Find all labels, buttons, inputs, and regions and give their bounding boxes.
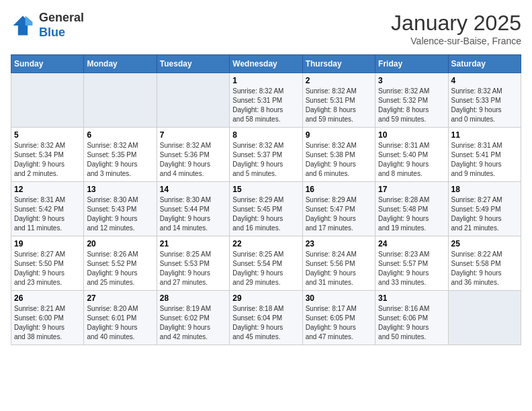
- table-row: 28Sunrise: 8:19 AM Sunset: 6:02 PM Dayli…: [157, 291, 229, 345]
- table-row: 12Sunrise: 8:31 AM Sunset: 5:42 PM Dayli…: [11, 182, 84, 236]
- table-row: [448, 291, 521, 345]
- table-row: 15Sunrise: 8:29 AM Sunset: 5:45 PM Dayli…: [230, 182, 302, 236]
- day-number: 8: [232, 130, 299, 140]
- day-info: Sunrise: 8:32 AM Sunset: 5:38 PM Dayligh…: [306, 141, 372, 179]
- day-number: 16: [306, 185, 372, 194]
- day-number: 3: [378, 76, 445, 85]
- table-row: 20Sunrise: 8:26 AM Sunset: 5:52 PM Dayli…: [84, 236, 157, 291]
- day-number: 12: [14, 185, 81, 194]
- day-number: 20: [87, 239, 153, 248]
- day-info: Sunrise: 8:30 AM Sunset: 5:44 PM Dayligh…: [160, 195, 226, 233]
- table-row: 2Sunrise: 8:32 AM Sunset: 5:31 PM Daylig…: [302, 73, 375, 128]
- table-row: [157, 73, 229, 128]
- day-info: Sunrise: 8:32 AM Sunset: 5:31 PM Dayligh…: [306, 87, 372, 124]
- day-number: 7: [160, 130, 226, 140]
- table-row: 29Sunrise: 8:18 AM Sunset: 6:04 PM Dayli…: [230, 291, 302, 345]
- weekday-header-row: SundayMondayTuesdayWednesdayThursdayFrid…: [11, 55, 521, 73]
- day-info: Sunrise: 8:17 AM Sunset: 6:05 PM Dayligh…: [306, 304, 372, 342]
- day-number: 9: [306, 130, 372, 140]
- table-row: 7Sunrise: 8:32 AM Sunset: 5:36 PM Daylig…: [157, 128, 229, 182]
- day-number: 6: [87, 130, 153, 140]
- day-number: 27: [87, 293, 153, 303]
- table-row: 3Sunrise: 8:32 AM Sunset: 5:32 PM Daylig…: [375, 73, 448, 128]
- day-number: 1: [232, 76, 299, 85]
- day-info: Sunrise: 8:32 AM Sunset: 5:37 PM Dayligh…: [232, 141, 299, 179]
- day-number: 23: [306, 239, 372, 248]
- day-info: Sunrise: 8:23 AM Sunset: 5:57 PM Dayligh…: [378, 250, 445, 287]
- table-row: 24Sunrise: 8:23 AM Sunset: 5:57 PM Dayli…: [375, 236, 448, 291]
- day-number: 17: [378, 185, 445, 194]
- location-subtitle: Valence-sur-Baise, France: [391, 36, 521, 46]
- day-info: Sunrise: 8:31 AM Sunset: 5:40 PM Dayligh…: [378, 141, 445, 179]
- table-row: 5Sunrise: 8:32 AM Sunset: 5:34 PM Daylig…: [11, 128, 84, 182]
- day-info: Sunrise: 8:20 AM Sunset: 6:01 PM Dayligh…: [87, 304, 153, 342]
- day-info: Sunrise: 8:27 AM Sunset: 5:50 PM Dayligh…: [14, 250, 81, 287]
- day-info: Sunrise: 8:32 AM Sunset: 5:32 PM Dayligh…: [378, 87, 445, 124]
- day-info: Sunrise: 8:19 AM Sunset: 6:02 PM Dayligh…: [160, 304, 226, 342]
- day-info: Sunrise: 8:25 AM Sunset: 5:53 PM Dayligh…: [160, 250, 226, 287]
- day-info: Sunrise: 8:21 AM Sunset: 6:00 PM Dayligh…: [14, 304, 81, 342]
- day-info: Sunrise: 8:29 AM Sunset: 5:45 PM Dayligh…: [232, 195, 299, 233]
- table-row: 8Sunrise: 8:32 AM Sunset: 5:37 PM Daylig…: [230, 128, 302, 182]
- day-info: Sunrise: 8:27 AM Sunset: 5:49 PM Dayligh…: [451, 195, 518, 233]
- calendar-table: SundayMondayTuesdayWednesdayThursdayFrid…: [11, 54, 521, 345]
- logo-icon: [11, 13, 35, 38]
- table-row: 27Sunrise: 8:20 AM Sunset: 6:01 PM Dayli…: [84, 291, 157, 345]
- page-header: General Blue January 2025 Valence-sur-Ba…: [11, 11, 521, 46]
- day-number: 2: [306, 76, 372, 85]
- day-info: Sunrise: 8:24 AM Sunset: 5:56 PM Dayligh…: [306, 250, 372, 287]
- day-number: 31: [378, 293, 445, 303]
- day-number: 26: [14, 293, 81, 303]
- day-number: 13: [87, 185, 153, 194]
- svg-marker-1: [26, 15, 33, 25]
- table-row: 21Sunrise: 8:25 AM Sunset: 5:53 PM Dayli…: [157, 236, 229, 291]
- table-row: 11Sunrise: 8:31 AM Sunset: 5:41 PM Dayli…: [448, 128, 521, 182]
- calendar-week-row: 12Sunrise: 8:31 AM Sunset: 5:42 PM Dayli…: [11, 182, 521, 236]
- day-number: 5: [14, 130, 81, 140]
- table-row: 26Sunrise: 8:21 AM Sunset: 6:00 PM Dayli…: [11, 291, 84, 345]
- day-number: 24: [378, 239, 445, 248]
- table-row: 30Sunrise: 8:17 AM Sunset: 6:05 PM Dayli…: [302, 291, 375, 345]
- table-row: 23Sunrise: 8:24 AM Sunset: 5:56 PM Dayli…: [302, 236, 375, 291]
- day-number: 4: [451, 76, 518, 85]
- day-info: Sunrise: 8:28 AM Sunset: 5:48 PM Dayligh…: [378, 195, 445, 233]
- day-info: Sunrise: 8:32 AM Sunset: 5:36 PM Dayligh…: [160, 141, 226, 179]
- day-info: Sunrise: 8:16 AM Sunset: 6:06 PM Dayligh…: [378, 304, 445, 342]
- day-info: Sunrise: 8:22 AM Sunset: 5:58 PM Dayligh…: [451, 250, 518, 287]
- table-row: 22Sunrise: 8:25 AM Sunset: 5:54 PM Dayli…: [230, 236, 302, 291]
- table-row: 9Sunrise: 8:32 AM Sunset: 5:38 PM Daylig…: [302, 128, 375, 182]
- calendar-week-row: 19Sunrise: 8:27 AM Sunset: 5:50 PM Dayli…: [11, 236, 521, 291]
- weekday-header: Thursday: [302, 55, 375, 73]
- table-row: 14Sunrise: 8:30 AM Sunset: 5:44 PM Dayli…: [157, 182, 229, 236]
- day-info: Sunrise: 8:26 AM Sunset: 5:52 PM Dayligh…: [87, 250, 153, 287]
- weekday-header: Tuesday: [157, 55, 229, 73]
- day-info: Sunrise: 8:29 AM Sunset: 5:47 PM Dayligh…: [306, 195, 372, 233]
- calendar-week-row: 5Sunrise: 8:32 AM Sunset: 5:34 PM Daylig…: [11, 128, 521, 182]
- calendar-week-row: 1Sunrise: 8:32 AM Sunset: 5:31 PM Daylig…: [11, 73, 521, 128]
- table-row: 19Sunrise: 8:27 AM Sunset: 5:50 PM Dayli…: [11, 236, 84, 291]
- day-number: 30: [306, 293, 372, 303]
- day-info: Sunrise: 8:25 AM Sunset: 5:54 PM Dayligh…: [232, 250, 299, 287]
- day-info: Sunrise: 8:32 AM Sunset: 5:33 PM Dayligh…: [451, 87, 518, 124]
- day-info: Sunrise: 8:32 AM Sunset: 5:34 PM Dayligh…: [14, 141, 81, 179]
- day-info: Sunrise: 8:18 AM Sunset: 6:04 PM Dayligh…: [232, 304, 299, 342]
- day-number: 25: [451, 239, 518, 248]
- table-row: [11, 73, 84, 128]
- table-row: 31Sunrise: 8:16 AM Sunset: 6:06 PM Dayli…: [375, 291, 448, 345]
- day-number: 29: [232, 293, 299, 303]
- table-row: 13Sunrise: 8:30 AM Sunset: 5:43 PM Dayli…: [84, 182, 157, 236]
- day-number: 28: [160, 293, 226, 303]
- table-row: 4Sunrise: 8:32 AM Sunset: 5:33 PM Daylig…: [448, 73, 521, 128]
- day-info: Sunrise: 8:31 AM Sunset: 5:42 PM Dayligh…: [14, 195, 81, 233]
- day-number: 15: [232, 185, 299, 194]
- logo: General Blue: [11, 11, 84, 40]
- day-number: 10: [378, 130, 445, 140]
- logo-text: General Blue: [39, 11, 84, 40]
- calendar-week-row: 26Sunrise: 8:21 AM Sunset: 6:00 PM Dayli…: [11, 291, 521, 345]
- weekday-header: Saturday: [448, 55, 521, 73]
- table-row: 6Sunrise: 8:32 AM Sunset: 5:35 PM Daylig…: [84, 128, 157, 182]
- day-number: 21: [160, 239, 226, 248]
- table-row: 16Sunrise: 8:29 AM Sunset: 5:47 PM Dayli…: [302, 182, 375, 236]
- day-number: 11: [451, 130, 518, 140]
- day-number: 22: [232, 239, 299, 248]
